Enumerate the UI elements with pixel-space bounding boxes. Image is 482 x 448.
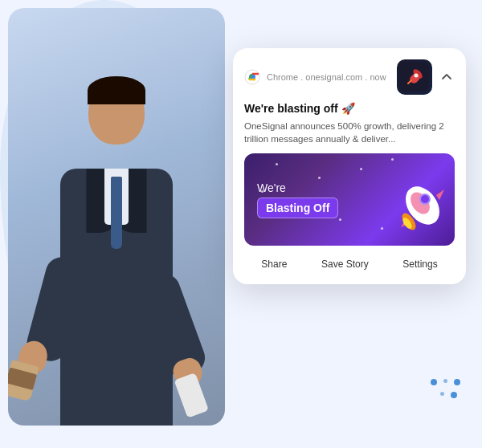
arm-left bbox=[23, 254, 89, 365]
coffee-sleeve bbox=[8, 368, 37, 390]
hair bbox=[88, 76, 145, 104]
person-image bbox=[8, 8, 225, 426]
save-story-button[interactable]: Save Story bbox=[315, 255, 375, 273]
settings-button[interactable]: Settings bbox=[396, 255, 443, 273]
banner-line2: Blasting Off bbox=[257, 198, 338, 218]
phone bbox=[174, 373, 209, 418]
card-actions: Share Save Story Settings bbox=[244, 255, 455, 273]
chevron-up-icon[interactable] bbox=[439, 69, 455, 85]
card-source: Chrome . onesignal.com . now bbox=[267, 72, 390, 82]
dot-4 bbox=[440, 392, 444, 396]
notification-card: Chrome . onesignal.com . now We're blast… bbox=[233, 48, 466, 284]
notification-banner: We're Blasting Off bbox=[244, 153, 455, 246]
card-thumbnail bbox=[397, 59, 432, 95]
dot-2 bbox=[443, 379, 447, 383]
share-button[interactable]: Share bbox=[255, 255, 293, 273]
dot-5 bbox=[451, 392, 457, 398]
banner-rocket-icon bbox=[378, 161, 451, 242]
dots-decoration bbox=[429, 377, 462, 400]
svg-point-9 bbox=[421, 195, 429, 203]
notification-body: OneSignal announces 500% growth, deliver… bbox=[244, 120, 455, 145]
banner-line1: We're bbox=[257, 181, 338, 194]
head bbox=[88, 80, 145, 145]
tie bbox=[111, 177, 122, 249]
arm-right bbox=[136, 269, 209, 381]
notification-title: We're blasting off 🚀 bbox=[244, 101, 455, 116]
chrome-icon bbox=[244, 69, 260, 85]
person-silhouette bbox=[44, 56, 189, 426]
coffee-cup bbox=[8, 360, 39, 402]
dot-3 bbox=[454, 379, 460, 385]
dot-1 bbox=[431, 379, 437, 385]
thumbnail-rocket-icon bbox=[400, 63, 429, 92]
svg-point-5 bbox=[415, 74, 419, 78]
suit bbox=[60, 169, 173, 426]
card-header: Chrome . onesignal.com . now bbox=[244, 59, 455, 95]
banner-text: We're Blasting Off bbox=[257, 181, 338, 218]
